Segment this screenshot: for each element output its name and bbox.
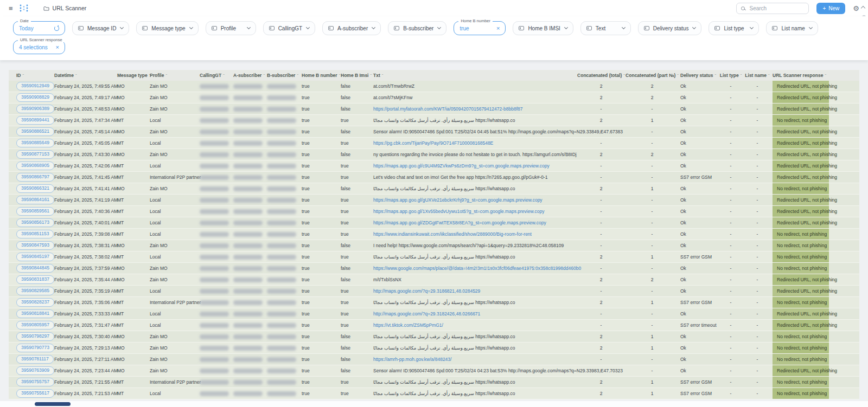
message-link[interactable]: https://maps.app.goo.gl/ZDGgtFwtTEX58r8E… [373, 220, 546, 225]
table-row[interactable]: 39590868905February 24, 2025, 7:42:06 AM… [9, 160, 859, 172]
column-header-txt[interactable]: Txtˆ [373, 73, 578, 78]
column-header-concat_part[interactable]: Concatenated (part №)ˆ [627, 73, 680, 78]
filter-chip-delivery-status[interactable]: Delivery status [638, 21, 702, 35]
table-row[interactable]: 39590899441February 24, 2025, 7:47:34 AM… [9, 115, 859, 126]
id-pill[interactable]: 39590829585 [16, 287, 54, 295]
column-header-list_type[interactable]: List typeˆ [719, 73, 745, 78]
id-pill[interactable]: 39590781117 [16, 355, 54, 364]
column-header-message_type[interactable]: Message typeˆ [117, 73, 150, 78]
table-row[interactable]: 39590763909February 24, 2025, 7:23:44 AM… [9, 365, 859, 377]
filter-chip-list-type[interactable]: List type [709, 21, 759, 35]
horizontal-scrollbar-thumb[interactable] [35, 402, 71, 406]
id-pill[interactable]: 39590864161 [16, 196, 54, 204]
table-row[interactable]: 39590864161February 24, 2025, 7:41:19 AM… [9, 195, 859, 206]
message-link[interactable]: https://pg.cbk.com/TijariPay/Pay/9O714F7… [373, 140, 493, 146]
id-pill[interactable]: 39590906389 [16, 105, 54, 113]
table-row[interactable]: 39590790773February 24, 2025, 7:29:13 AM… [9, 343, 859, 354]
table-row[interactable]: 39590845197February 24, 2025, 7:38:02 AM… [9, 251, 859, 263]
id-pill[interactable]: 39590798297 [16, 332, 54, 341]
id-pill[interactable]: 39590866797 [16, 173, 54, 182]
id-pill[interactable]: 39590805957 [16, 321, 54, 330]
table-row[interactable]: 39590859561February 24, 2025, 7:40:36 AM… [9, 206, 859, 217]
filter-chip-profile[interactable]: Profile [206, 21, 256, 35]
search-input[interactable] [748, 5, 804, 12]
clear-icon[interactable]: × [496, 25, 500, 31]
table-row[interactable]: 39590847593February 24, 2025, 7:38:31 AM… [9, 240, 859, 251]
filter-chip-b-subscriber[interactable]: B-subscriber [388, 21, 446, 35]
column-header-datetime[interactable]: Datetimeˆ [54, 73, 117, 78]
table-row[interactable]: 39590829585February 24, 2025, 7:35:19 AM… [9, 286, 859, 297]
search-input-wrap[interactable] [736, 3, 809, 14]
filter-chip-a-subscriber[interactable]: A-subscriber [322, 21, 381, 35]
id-pill[interactable]: 39590851153 [16, 230, 54, 238]
id-pill[interactable]: 39590755617 [16, 389, 54, 398]
id-pill[interactable]: 39590844845 [16, 264, 54, 273]
table-row[interactable]: 39590831837February 24, 2025, 7:35:44 AM… [9, 274, 859, 286]
table-row[interactable]: 39590885649February 24, 2025, 7:45:05 AM… [9, 138, 859, 149]
message-link[interactable]: https://www.google.com/maps/place/@/data… [373, 266, 581, 271]
filter-chip-url-scanner-response[interactable]: URL Scanner response4 selections× [13, 40, 65, 54]
table-row[interactable]: 39590886521February 24, 2025, 7:45:14 AM… [9, 126, 859, 138]
table-row[interactable]: 39590755617February 24, 2025, 7:21:53 AM… [9, 388, 859, 399]
id-pill[interactable]: 39590790773 [16, 344, 54, 352]
column-header-list_name[interactable]: List nameˆ [745, 73, 773, 78]
id-pill[interactable]: 39590755757 [16, 378, 54, 386]
message-link[interactable]: https://maps.app.goo.gl/1Xv55bedvUywu1ot… [373, 209, 544, 214]
table-row[interactable]: 39590877153February 24, 2025, 7:43:30 AM… [9, 149, 859, 160]
column-header-id[interactable]: IDˆ [16, 73, 54, 78]
filter-chip-text[interactable]: Text [580, 21, 631, 35]
filter-chip-message-type[interactable]: Message type [136, 21, 198, 35]
table-row[interactable]: 39590844845February 24, 2025, 7:37:59 AM… [9, 263, 859, 274]
id-pill[interactable]: 39590847593 [16, 241, 54, 250]
table-row[interactable]: 39590828237February 24, 2025, 7:35:06 AM… [9, 297, 859, 308]
message-link[interactable]: http://maps.google.com/?q=29.3182426,48.… [373, 311, 480, 316]
clear-icon[interactable]: × [56, 44, 59, 50]
table-row[interactable]: 39590755757February 24, 2025, 7:21:55 AM… [9, 377, 859, 388]
filter-chip-date[interactable]: DateToday [13, 21, 65, 35]
column-header-concat_total[interactable]: Concatenated (total)ˆ [578, 73, 627, 78]
table-row[interactable]: 39590866321February 24, 2025, 7:41:41 AM… [9, 183, 859, 195]
id-pill[interactable]: 39590885649 [16, 139, 54, 147]
table-row[interactable]: 39590805957February 24, 2025, 7:31:47 AM… [9, 320, 859, 331]
table-row[interactable]: 39590856173February 24, 2025, 7:40:01 AM… [9, 217, 859, 229]
menu-icon[interactable]: ≡ [9, 5, 13, 12]
breadcrumb[interactable]: URL Scanner [43, 5, 87, 11]
filter-chip-callinggt[interactable]: CallingGT [263, 21, 315, 35]
table-row[interactable]: 39590851153February 24, 2025, 7:39:08 AM… [9, 229, 859, 240]
message-link[interactable]: http://maps.google.com/?q=29.3186821,48.… [373, 288, 480, 294]
table-row[interactable]: 39590912949February 24, 2025, 7:49:55 AM… [9, 81, 859, 92]
id-pill[interactable]: 39590859561 [16, 207, 54, 216]
id-pill[interactable]: 39590886521 [16, 127, 54, 136]
message-link[interactable]: https://vt.tiktok.com/ZSM5pPmG1/ [373, 322, 443, 328]
message-link[interactable]: https://maps.app.goo.gl/gUXVe21ebckrKrhj… [373, 197, 542, 203]
message-link[interactable]: https://maps.app.goo.gl/c9U4M9ZVkwPs6zDm… [373, 163, 550, 169]
id-pill[interactable]: 39590877153 [16, 150, 54, 159]
id-pill[interactable]: 39590845197 [16, 253, 54, 261]
refresh-icon[interactable] [54, 26, 59, 31]
column-header-b_subscriber[interactable]: B-subscriberˆ [267, 73, 302, 78]
message-link[interactable]: https://www.indiansinkuwait.com/iikclass… [373, 231, 532, 237]
table-row[interactable]: 39590908829February 24, 2025, 7:49:17 AM… [9, 92, 859, 104]
id-pill[interactable]: 39590856173 [16, 218, 54, 227]
id-pill[interactable]: 39590828237 [16, 298, 54, 307]
new-button[interactable]: + New [816, 3, 845, 14]
column-header-callinggt[interactable]: CallingGTˆ [200, 73, 233, 78]
message-link[interactable]: https://portal.myfatoorah.com/KWT/ia/050… [373, 106, 523, 112]
id-pill[interactable]: 39590912949 [16, 82, 54, 91]
table-row[interactable]: 39590781117February 24, 2025, 7:27:11 AM… [9, 354, 859, 365]
column-header-home_b_imsi[interactable]: Home B Imsiˆ [341, 73, 373, 78]
table-row[interactable]: 39590798297February 24, 2025, 7:30:40 AM… [9, 331, 859, 343]
column-header-delivery_status[interactable]: Delivery statusˆ [680, 73, 719, 78]
message-link[interactable]: https://amrh-pp.moh.gov.kw/a/848243/ [373, 357, 451, 362]
column-header-url_response[interactable]: URL Scanner responseˆ [773, 73, 829, 78]
filter-chip-message-id[interactable]: Message ID [72, 21, 129, 35]
id-pill[interactable]: 39590866321 [16, 184, 54, 193]
filter-chip-list-name[interactable]: List name [766, 21, 818, 35]
table-row[interactable]: 39590818841February 24, 2025, 7:33:33 AM… [9, 308, 859, 320]
id-pill[interactable]: 39590868905 [16, 161, 54, 170]
id-pill[interactable]: 39590908829 [16, 93, 54, 102]
filter-chip-home-b-number[interactable]: Home B numbertrue× [454, 21, 506, 35]
column-header-a_subscriber[interactable]: A-subscriberˆ [233, 73, 267, 78]
id-pill[interactable]: 39590899441 [16, 116, 54, 125]
gear-icon[interactable]: ⚙ [853, 5, 859, 12]
